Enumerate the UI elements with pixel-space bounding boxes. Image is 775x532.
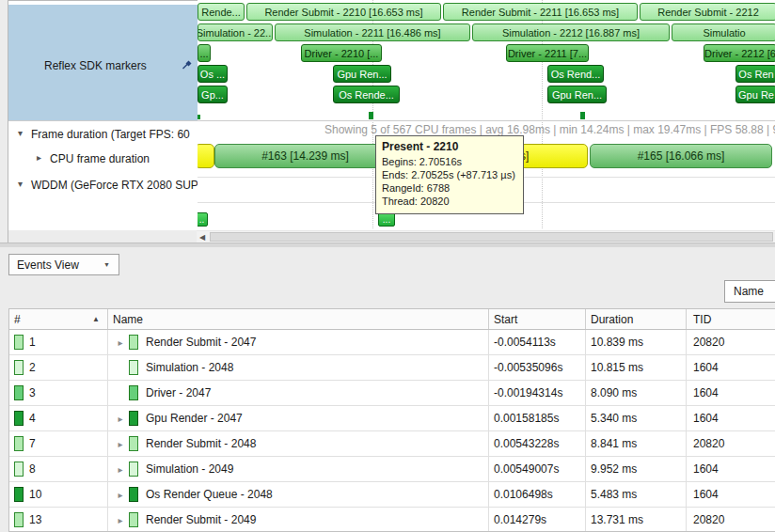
header-cell-duration[interactable]: Duration — [586, 309, 687, 329]
cell-start: -0.00194314s — [489, 381, 586, 405]
color-swatch — [129, 385, 138, 400]
event-duration: 10.815 ms — [591, 361, 643, 374]
event-tid: 20820 — [693, 513, 724, 526]
scroll-thumb[interactable] — [210, 232, 773, 242]
frame-bar[interactable]: #165 [16.066 ms] — [590, 144, 772, 168]
event-tid: 1604 — [693, 361, 719, 374]
marker-bar[interactable]: Os ... — [198, 65, 228, 83]
cell-name: ▸Os Render Queue - 2048 — [108, 482, 489, 507]
marker-bar[interactable]: Render Submit - 2212 — [640, 3, 775, 21]
marker-bar[interactable]: Gpu Ren... — [547, 86, 607, 103]
marker-bar[interactable]: Driver - 2210 [... — [301, 44, 382, 62]
frame-bar[interactable]: #163 [14.239 ms] — [214, 144, 396, 168]
event-duration: 13.731 ms — [591, 513, 643, 526]
expand-icon[interactable]: ▸ — [114, 414, 127, 424]
table-row[interactable]: 8▸Simulation - 20490.00549007s9.952 ms16… — [9, 457, 775, 482]
expand-icon[interactable]: ▸ — [114, 464, 127, 475]
cell-number: 7 — [9, 431, 108, 456]
marker-bar[interactable]: Simulatio — [672, 23, 775, 41]
color-swatch — [14, 335, 24, 350]
marker-bar[interactable]: Render Submit - 2211 [16.653 ms] — [443, 3, 638, 21]
tooltip-line: Ends: 2.70525s (+87.713 µs) — [382, 168, 515, 181]
expand-icon[interactable]: ▸ — [114, 337, 127, 348]
cell-duration: 5.483 ms — [586, 482, 687, 507]
header-cell-start[interactable]: Start — [489, 309, 586, 329]
event-tid: 1604 — [693, 412, 719, 425]
panel-splitter[interactable] — [0, 243, 775, 247]
tree-item-2[interactable]: ▾WDDM (GeForce RTX 2080 SUP — [8, 179, 206, 194]
reflex-markers-row[interactable]: Reflex SDK markers — [8, 5, 198, 120]
header-cell-tid[interactable]: TID — [687, 309, 775, 329]
marker-bar[interactable]: Os Rend... — [547, 65, 604, 83]
event-start: 0.00543228s — [494, 437, 559, 450]
marker-bar[interactable]: Simulation - 2211 [16.486 ms] — [275, 23, 470, 41]
event-duration: 5.483 ms — [591, 488, 637, 501]
marker-bar[interactable]: Os Ren — [735, 65, 775, 83]
name-filter-box[interactable]: Name — [724, 280, 775, 303]
row-number: 8 — [29, 462, 36, 476]
event-duration: 10.839 ms — [591, 336, 643, 349]
frame-bar[interactable] — [198, 144, 214, 168]
h-scrollbar[interactable]: ◀ — [197, 230, 775, 243]
present-tick[interactable] — [369, 112, 373, 119]
header-cell-name[interactable]: Name — [108, 309, 489, 329]
mini-event-marker[interactable]: ... — [378, 212, 395, 227]
marker-bar[interactable]: Render Submit - 2210 [16.653 ms] — [246, 3, 441, 21]
marker-bar[interactable]: Gpu Ren... — [333, 65, 391, 83]
table-row[interactable]: 10▸Os Render Queue - 20480.0106498s5.483… — [9, 482, 775, 508]
scroll-left-button[interactable]: ◀ — [197, 231, 208, 243]
tooltip-line: RangeId: 6788 — [382, 181, 515, 195]
table-row[interactable]: 4▸Gpu Render - 20470.00158185s5.340 ms16… — [9, 406, 775, 431]
cell-start: -0.00535096s — [489, 355, 586, 380]
event-name: Render Submit - 2047 — [146, 336, 256, 349]
event-tid: 1604 — [693, 386, 719, 399]
table-row[interactable]: 1▸Render Submit - 2047-0.0054113s10.839 … — [9, 330, 775, 355]
event-name: Render Submit - 2049 — [146, 513, 256, 526]
marker-bar[interactable]: Simulation - 22... — [198, 23, 273, 41]
cell-duration: 9.952 ms — [586, 457, 687, 481]
marker-bar[interactable]: Os Rende... — [333, 86, 400, 103]
chevron-right-icon[interactable]: ▸ — [37, 152, 50, 163]
color-swatch — [129, 360, 138, 375]
event-start: -0.0054113s — [494, 336, 556, 349]
table-row[interactable]: 7▸Render Submit - 20480.00543228s8.841 m… — [9, 431, 775, 457]
header-label: # — [14, 313, 21, 326]
events-view-dropdown[interactable]: Events View ▼ — [8, 254, 119, 275]
header-cell-[interactable]: #▲ — [9, 309, 108, 329]
table-row[interactable]: 2Simulation - 2048-0.00535096s10.815 ms1… — [9, 355, 775, 381]
chevron-down-icon[interactable]: ▾ — [18, 179, 31, 189]
cell-duration: 8.841 ms — [586, 431, 687, 456]
tree-item-1[interactable]: ▸CPU frame duration — [8, 152, 225, 167]
row-number: 13 — [29, 513, 41, 526]
expand-icon[interactable]: ▸ — [114, 515, 127, 525]
event-start: 0.00158185s — [494, 412, 559, 425]
chevron-down-icon[interactable]: ▾ — [18, 128, 31, 138]
cell-duration: 13.731 ms — [586, 508, 687, 532]
marker-bar[interactable]: Rende... — [198, 3, 245, 21]
marker-bar[interactable]: Simulation - 2212 [16.887 ms] — [472, 23, 670, 41]
table-row[interactable]: 3Driver - 2047-0.00194314s8.090 ms1604 — [9, 381, 775, 406]
event-name: Simulation - 2049 — [146, 462, 233, 476]
sort-asc-icon[interactable]: ▲ — [92, 315, 100, 323]
mini-event-marker[interactable]: .. — [198, 212, 208, 227]
cell-name: ▸Render Submit - 2048 — [108, 431, 489, 456]
tree-item-0[interactable]: ▾Frame duration (Target FPS: 60 — [8, 128, 206, 143]
marker-bar[interactable]: ... — [198, 44, 211, 62]
marker-bar[interactable]: Driver - 2212 [6 — [704, 44, 775, 62]
color-swatch — [14, 462, 24, 477]
marker-bar[interactable]: Gpu Re — [735, 86, 775, 103]
event-duration: 8.841 ms — [591, 437, 637, 450]
event-start: -0.00194314s — [494, 386, 562, 399]
tooltip-title: Present - 2210 — [382, 140, 515, 153]
cell-start: 0.00549007s — [489, 457, 586, 481]
expand-icon[interactable]: ▸ — [114, 490, 127, 500]
marker-bar[interactable]: Gp... — [198, 86, 228, 103]
color-swatch — [14, 360, 24, 375]
expand-icon[interactable]: ▸ — [114, 439, 127, 449]
marker-bar[interactable]: Driver - 2211 [7... — [506, 44, 589, 62]
tooltip-lines: Begins: 2.70516sEnds: 2.70525s (+87.713 … — [382, 155, 515, 208]
present-tick[interactable] — [198, 115, 200, 119]
present-tick[interactable] — [580, 112, 585, 119]
table-row[interactable]: 13▸Render Submit - 20490.014279s13.731 m… — [9, 508, 775, 532]
pin-icon[interactable] — [181, 57, 194, 70]
